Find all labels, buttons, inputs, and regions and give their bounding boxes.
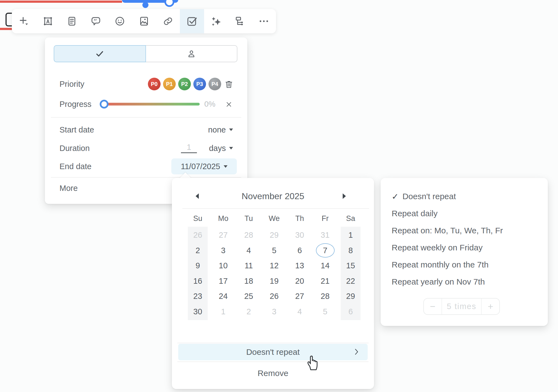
ellipsis-icon [258, 15, 270, 27]
calendar-day[interactable]: 19 [264, 274, 284, 289]
check-icon [95, 49, 105, 59]
decrement-button[interactable]: − [424, 299, 441, 314]
repeat-option[interactable]: Repeat yearly on Nov 7th [381, 273, 548, 290]
selection-handle-ring[interactable] [164, 0, 174, 7]
checklist-button[interactable] [180, 9, 204, 33]
repeat-setting-row[interactable]: Doesn't repeat [178, 344, 368, 360]
red-connector-line[interactable] [0, 1, 122, 3]
weekday-header: SuMoTuWeThFrSa [188, 214, 361, 223]
emoji-button[interactable] [108, 9, 132, 33]
priority-badge-p0[interactable]: P0 [148, 78, 161, 90]
duration-input[interactable]: 1 [181, 143, 197, 153]
calendar-day[interactable]: 9 [188, 258, 208, 274]
mind-map-button[interactable] [228, 9, 252, 33]
repeat-option[interactable]: Repeat daily [381, 205, 548, 222]
repeat-option[interactable]: Repeat weekly on Friday [381, 239, 548, 256]
repeat-option[interactable]: ✓Doesn't repeat [381, 188, 548, 205]
calendar-day[interactable]: 27 [290, 289, 310, 304]
image-icon [139, 16, 150, 27]
add-button[interactable] [12, 9, 36, 33]
calendar-day[interactable]: 17 [213, 274, 233, 289]
comment-button[interactable] [84, 9, 108, 33]
person-icon [187, 49, 196, 58]
selection-handle[interactable] [142, 2, 148, 8]
progress-slider[interactable] [103, 103, 200, 106]
priority-badge-p2[interactable]: P2 [178, 78, 191, 90]
calendar-day[interactable]: 26 [188, 228, 208, 243]
calendar-day[interactable]: 15 [341, 258, 361, 274]
calendar-day[interactable]: 20 [290, 274, 310, 289]
more-button[interactable]: More [59, 184, 78, 193]
weekday-label: Th [290, 214, 310, 223]
calendar-day[interactable]: 16 [188, 274, 208, 289]
end-date-value: 11/07/2025 [181, 162, 220, 171]
link-button[interactable] [156, 9, 180, 33]
calendar-day[interactable]: 7 [315, 243, 335, 258]
calendar-day[interactable]: 18 [239, 274, 259, 289]
calendar-day[interactable]: 28 [239, 228, 259, 243]
note-icon [66, 16, 77, 27]
priority-badge-p3[interactable]: P3 [193, 78, 206, 90]
remove-date-button[interactable]: Remove [172, 369, 374, 378]
end-date-dropdown[interactable]: 11/07/2025 [171, 158, 237, 174]
calendar-day[interactable]: 2 [239, 304, 259, 320]
calendar-day[interactable]: 1 [213, 304, 233, 320]
calendar-day[interactable]: 3 [264, 304, 284, 320]
calendar-day[interactable]: 25 [239, 289, 259, 304]
calendar-day[interactable]: 28 [315, 289, 335, 304]
calendar-day[interactable]: 26 [264, 289, 284, 304]
image-button[interactable] [132, 9, 156, 33]
duration-unit-dropdown[interactable]: days [209, 144, 233, 153]
calendar-day[interactable]: 12 [264, 258, 284, 274]
calendar-day[interactable]: 6 [341, 304, 361, 320]
calendar-day[interactable]: 10 [213, 258, 233, 274]
weekday-label: Fr [315, 214, 335, 223]
calendar-day[interactable]: 8 [341, 243, 361, 258]
note-button[interactable] [60, 9, 84, 33]
calendar-day[interactable]: 23 [188, 289, 208, 304]
calendar-day[interactable]: 21 [315, 274, 335, 289]
duration-unit-value: days [209, 144, 226, 153]
calendar-day[interactable]: 30 [290, 228, 310, 243]
calendar-day[interactable]: 30 [188, 304, 208, 320]
start-date-label: Start date [59, 125, 94, 134]
calendar-day[interactable]: 6 [290, 243, 310, 258]
weekday-label: Tu [239, 214, 259, 223]
priority-delete-button[interactable] [224, 79, 234, 89]
tab-status[interactable] [54, 45, 146, 62]
calendar-day[interactable]: 24 [213, 289, 233, 304]
calendar-day[interactable]: 1 [341, 228, 361, 243]
start-date-dropdown[interactable]: none [208, 125, 233, 134]
priority-badge-p4[interactable]: P4 [208, 78, 221, 90]
tab-assignee[interactable] [146, 45, 238, 62]
calendar-day[interactable]: 4 [239, 243, 259, 258]
increment-button[interactable]: + [482, 299, 499, 314]
weekday-label: Sa [341, 214, 361, 223]
priority-badge-p1[interactable]: P1 [163, 78, 176, 90]
next-month-button[interactable] [338, 190, 350, 202]
calendar-day[interactable]: 31 [315, 228, 335, 243]
repeat-option[interactable]: Repeat monthly on the 7th [381, 256, 548, 273]
more-button[interactable] [252, 9, 276, 33]
calendar-day[interactable]: 27 [213, 228, 233, 243]
progress-clear-button[interactable] [225, 100, 233, 109]
text-frame-button[interactable] [36, 9, 60, 33]
calendar-day[interactable]: 4 [290, 304, 310, 320]
start-date-value: none [208, 125, 226, 134]
hand-cursor [305, 354, 321, 371]
calendar-day[interactable]: 11 [239, 258, 259, 274]
weekday-label: Mo [213, 214, 233, 223]
check-icon: ✓ [392, 192, 399, 201]
calendar-day[interactable]: 5 [264, 243, 284, 258]
calendar-day[interactable]: 29 [341, 289, 361, 304]
calendar-day[interactable]: 14 [315, 258, 335, 274]
calendar-day[interactable]: 3 [213, 243, 233, 258]
progress-slider-thumb[interactable] [100, 100, 109, 109]
calendar-day[interactable]: 5 [315, 304, 335, 320]
calendar-day[interactable]: 13 [290, 258, 310, 274]
calendar-day[interactable]: 29 [264, 228, 284, 243]
calendar-day[interactable]: 2 [188, 243, 208, 258]
calendar-day[interactable]: 22 [341, 274, 361, 289]
repeat-option[interactable]: Repeat on: Mo, Tu, We, Th, Fr [381, 222, 548, 239]
ai-button[interactable] [204, 9, 228, 33]
